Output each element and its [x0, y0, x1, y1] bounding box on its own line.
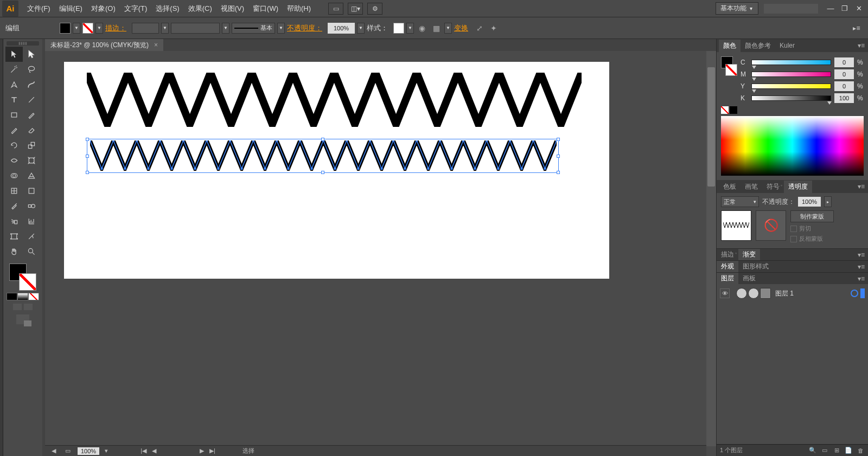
slider-k[interactable]	[751, 95, 831, 101]
screen-mode-normal[interactable]	[13, 304, 22, 310]
status-nav-next-icon[interactable]: ▶	[200, 447, 204, 454]
selection-handle-n[interactable]	[321, 138, 324, 141]
brush-select[interactable]: 基本	[232, 23, 275, 34]
transp-opacity-dropdown-icon[interactable]: ▸	[824, 196, 832, 207]
graphic-style-swatch[interactable]	[393, 23, 404, 34]
vertical-scroll-thumb[interactable]	[707, 67, 715, 187]
rectangle-tool[interactable]	[5, 107, 23, 123]
toolbox-handle[interactable]: ▮▮▮▮	[7, 41, 39, 46]
menu-select[interactable]: 选择(S)	[151, 1, 183, 17]
paintbrush-tool[interactable]	[23, 107, 40, 123]
status-nav-prev-icon[interactable]: ◀	[152, 447, 156, 454]
tab-brushes[interactable]: 画笔	[741, 181, 762, 193]
artboard-prev-icon[interactable]: ◀	[49, 447, 58, 455]
value-k[interactable]: 100	[834, 93, 854, 103]
layers-panel-menu-icon[interactable]: ▾≡	[854, 275, 868, 282]
stroke-dropdown-icon[interactable]: ▼	[95, 23, 103, 34]
blob-brush-tool[interactable]	[23, 77, 40, 92]
brush-dropdown-icon[interactable]: ▼	[277, 23, 285, 34]
value-y[interactable]: 0	[834, 81, 854, 91]
eyedropper-tool[interactable]	[5, 198, 23, 214]
selection-bounding-box[interactable]	[87, 139, 559, 173]
change-screen-mode[interactable]	[16, 314, 29, 324]
selection-handle-s[interactable]	[321, 171, 324, 174]
align-icon[interactable]: ▦	[430, 22, 442, 34]
tab-transparency[interactable]: 透明度	[788, 183, 808, 190]
align-dropdown-icon[interactable]: ▼	[444, 23, 452, 34]
mesh-tool[interactable]	[5, 183, 23, 198]
menu-edit[interactable]: 编辑(E)	[55, 1, 87, 17]
menu-file[interactable]: 文件(F)	[23, 1, 55, 17]
color-mode-gradient[interactable]	[17, 293, 28, 300]
artboard-tool[interactable]	[5, 229, 23, 244]
status-nav-last-icon[interactable]: ▶|	[209, 447, 215, 454]
selection-handle-sw[interactable]	[86, 171, 89, 174]
slider-m[interactable]	[751, 72, 831, 77]
isolate-icon[interactable]: ⤢	[474, 22, 486, 34]
lasso-tool[interactable]	[23, 62, 40, 77]
stroke-color-swatch[interactable]	[19, 273, 36, 291]
selection-handle-e[interactable]	[557, 155, 560, 158]
stroke-weight-input[interactable]	[132, 23, 159, 34]
appearance-panel-menu-icon[interactable]: ▾≡	[854, 263, 868, 271]
slice-tool[interactable]	[23, 229, 40, 244]
opacity-dropdown-icon[interactable]: ▼	[357, 23, 365, 34]
fill-stroke-indicator[interactable]	[9, 264, 36, 291]
transparency-mask-thumbnail[interactable]: 🚫	[756, 210, 786, 241]
spectrum-black-swatch[interactable]	[730, 106, 737, 114]
transp-opacity-value[interactable]: 100%	[798, 197, 821, 207]
menu-type[interactable]: 文字(T)	[120, 1, 152, 17]
spectrum-none-swatch[interactable]	[721, 106, 729, 114]
layer-row[interactable]: 👁 图层 1	[720, 286, 865, 300]
menu-view[interactable]: 视图(V)	[216, 1, 248, 17]
style-dropdown-icon[interactable]: ▼	[406, 23, 414, 34]
tab-appearance[interactable]: 外观	[717, 261, 738, 272]
clip-checkbox[interactable]: 剪切	[790, 224, 864, 233]
blend-tool[interactable]	[23, 198, 40, 214]
delete-layer-icon[interactable]: 🗑	[856, 447, 865, 454]
minimize-button[interactable]: ―	[824, 4, 838, 14]
gradient-tool[interactable]	[23, 183, 40, 198]
value-c[interactable]: 0	[834, 57, 854, 67]
width-tool[interactable]	[5, 153, 23, 168]
direct-selection-tool[interactable]	[23, 47, 40, 62]
arrange-docs-icon[interactable]: ◫▾	[348, 3, 363, 15]
stroke-swatch[interactable]	[82, 23, 93, 34]
bridge-icon[interactable]: ▭	[328, 3, 343, 15]
eraser-tool[interactable]	[23, 123, 40, 138]
opacity-value-input[interactable]: 100%	[328, 23, 355, 34]
make-clipping-mask-icon[interactable]: ▭	[820, 447, 829, 454]
color-panel-menu-icon[interactable]: ▾≡	[854, 42, 868, 49]
vertical-scrollbar[interactable]	[706, 51, 716, 446]
color-mode-solid[interactable]	[7, 293, 17, 300]
tab-graphic-styles[interactable]: 图形样式	[738, 261, 773, 272]
hand-tool[interactable]	[5, 244, 23, 259]
layer-target-icon[interactable]	[851, 290, 858, 297]
gradient-panel-menu-icon[interactable]: ▾≡	[854, 251, 868, 259]
selection-handle-nw[interactable]	[86, 138, 89, 141]
stroke-label-link[interactable]: 描边：	[105, 23, 126, 33]
zoom-dropdown-icon[interactable]: ▾	[105, 447, 108, 454]
control-flyout-icon[interactable]: ▸≡	[851, 24, 863, 32]
workspace-switcher[interactable]: 基本功能	[716, 2, 758, 15]
transparency-panel-menu-icon[interactable]: ▾≡	[854, 183, 868, 190]
edit-group-icon[interactable]: ✦	[488, 22, 500, 34]
line-tool[interactable]	[23, 92, 40, 107]
screen-mode-preview[interactable]	[24, 304, 33, 310]
tab-kuler[interactable]: Kuler	[775, 40, 799, 51]
fill-swatch[interactable]	[60, 23, 71, 34]
tab-swatches[interactable]: 色板	[719, 181, 741, 193]
tab-layers[interactable]: 图层	[717, 273, 738, 284]
tab-gradient[interactable]: 渐变	[743, 251, 756, 258]
selection-tool[interactable]	[5, 47, 23, 62]
perspective-tool[interactable]	[23, 168, 40, 183]
canvas[interactable]	[45, 51, 716, 456]
slider-y[interactable]	[751, 84, 831, 89]
gpu-icon[interactable]: ⚙	[367, 3, 382, 15]
selection-handle-ne[interactable]	[557, 138, 560, 141]
menu-object[interactable]: 对象(O)	[87, 1, 120, 17]
search-input[interactable]	[764, 4, 818, 14]
menu-help[interactable]: 帮助(H)	[283, 1, 315, 17]
tab-color-guide[interactable]: 颜色参考	[741, 40, 775, 52]
color-mode-none[interactable]	[28, 293, 39, 300]
